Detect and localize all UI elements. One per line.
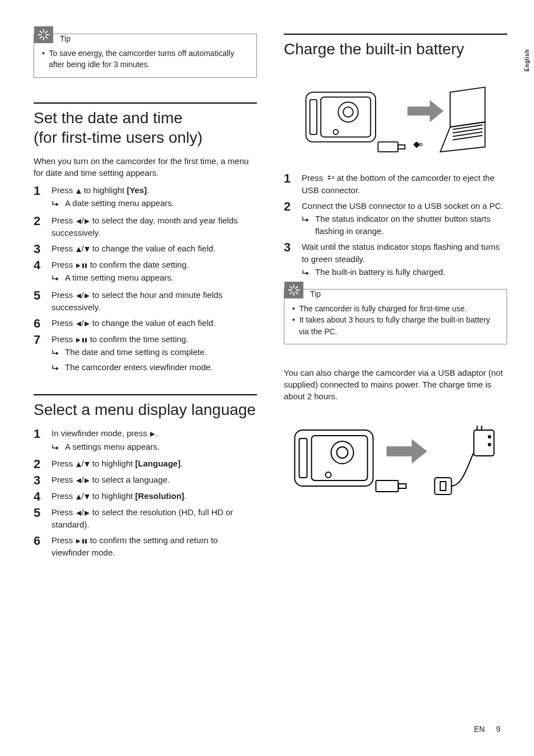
svg-rect-42 [441,482,446,491]
result-arrow-icon [51,199,60,211]
step-number: 2 [284,200,294,237]
section-title-charge: Charge the built-in battery [284,34,507,59]
left-column: Tip To save energy, the camcorder turns … [34,34,257,734]
step-number: 3 [34,474,44,487]
step-result: A date setting menu appears. [51,197,257,211]
svg-point-45 [489,444,491,446]
step-item: 4Press / to highlight [Resolution]. [34,490,257,503]
step-number: 1 [34,184,44,212]
right-column: Charge the built-in battery [284,34,507,734]
illustration-camcorder-laptop [284,72,507,162]
result-arrow-icon [51,363,60,375]
steps-charge: 1Press at the bottom of the camcorder to… [284,172,507,283]
step-number: 1 [34,427,44,455]
tip-item: The camcorder is fully charged for first… [299,303,500,314]
step-number: 5 [34,289,44,314]
svg-point-21 [338,102,358,122]
svg-point-35 [337,447,348,458]
tip-box-charge: Tip The camcorder is fully charged for f… [284,289,507,344]
step-number: 4 [34,259,44,286]
tip-icon [284,282,303,298]
step-number: 3 [34,242,44,255]
tip-icon [34,26,53,43]
svg-rect-20 [321,97,371,137]
result-arrow-icon [302,268,311,280]
step-result: The status indicator on the shutter butt… [302,213,507,237]
step-number: 6 [34,317,44,330]
steps-datetime: 1Press to highlight [Yes].A date setting… [34,184,257,379]
step-item: 3Press / to select a language. [34,474,257,487]
step-item: 1Press to highlight [Yes].A date setting… [34,184,257,212]
result-arrow-icon [302,214,311,237]
step-item: 5Press / to select the hour and minute f… [34,289,257,314]
step-result: A time setting menu appears. [51,272,257,286]
step-number: 6 [34,534,44,559]
svg-point-44 [489,436,491,438]
step-item: 2Connect the USB connector to a USB sock… [284,200,507,237]
svg-rect-38 [376,480,399,492]
language-tab: English [524,49,530,72]
result-arrow-icon [51,348,60,360]
svg-rect-43 [474,430,494,456]
step-item: 6Press to confirm the setting and return… [34,534,257,559]
step-item: 6Press / to change the value of each fie… [34,317,257,330]
step-item: 2Press / to select the day, month and ye… [34,214,257,239]
svg-rect-33 [312,436,368,480]
step-item: 1In viewfinder mode, press .A settings m… [34,427,257,455]
footer-page: 9 [496,725,500,734]
svg-rect-39 [399,484,406,488]
step-item: 3Press / to change the value of each fie… [34,242,257,255]
svg-rect-23 [310,100,317,134]
svg-marker-40 [387,440,427,463]
svg-point-24 [333,129,338,134]
result-arrow-icon [51,273,60,286]
step-item: 5Press / to select the resolution (HD, f… [34,506,257,531]
step-number: 2 [34,214,44,239]
svg-rect-26 [398,145,405,149]
page-footer: EN 9 [474,725,500,734]
step-item: 4Press to confirm the date setting.A tim… [34,259,257,286]
steps-language: 1In viewfinder mode, press .A settings m… [34,427,257,562]
section-title-language: Select a menu display language [34,394,257,419]
step-item: 2Press / to highlight [Language]. [34,458,257,470]
step-item: 7Press to confirm the time setting.The d… [34,333,257,375]
svg-rect-41 [435,478,452,494]
after-tip-text: You can also charge the camcorder via a … [284,367,507,402]
step-number: 4 [34,490,44,503]
step-item: 1Press at the bottom of the camcorder to… [284,172,507,197]
result-arrow-icon [51,442,60,455]
step-result: The camcorder enters viewfinder mode. [51,361,257,375]
footer-lang: EN [474,725,485,734]
tip-box-energy: Tip To save energy, the camcorder turns … [34,34,257,78]
step-number: 2 [34,458,44,470]
illustration-camcorder-adaptor [284,413,507,503]
step-number: 1 [284,172,294,197]
step-result: A settings menu appears. [51,441,257,455]
tip-label: Tip [60,34,71,43]
step-number: 7 [34,333,44,375]
tip-item: It takes about 3 hours to fully charge t… [299,314,500,337]
svg-rect-25 [378,142,398,152]
step-number: 3 [284,241,294,280]
svg-rect-36 [299,438,307,478]
step-item: 3Wait until the status indicator stops f… [284,241,507,280]
svg-point-37 [326,472,331,478]
svg-point-22 [343,107,353,117]
svg-marker-27 [408,101,443,122]
step-number: 5 [34,506,44,531]
tip-label: Tip [310,290,321,298]
svg-point-34 [331,441,354,464]
section-title-datetime: Set the date and time (for first-time us… [34,102,257,147]
intro-datetime: When you turn on the camcorder for the f… [34,155,257,179]
tip-item: To save energy, the camcorder turns off … [49,48,250,71]
step-result: The built-in battery is fully charged. [302,266,507,280]
step-result: The date and time setting is complete. [51,346,257,360]
